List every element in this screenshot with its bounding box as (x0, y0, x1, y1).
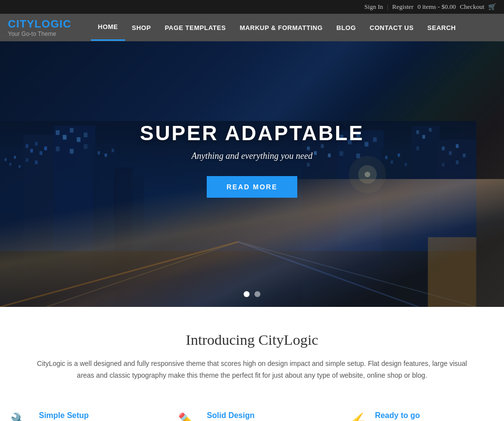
feature-solid-design-title: Solid Design (207, 411, 326, 420)
nav-contact-us[interactable]: CONTACT US (363, 15, 420, 40)
logo[interactable]: CITYLOGIC Your Go-to Theme (8, 14, 71, 41)
feature-simple-setup: 🔧 Simple Setup Whether this is your firs… (5, 411, 163, 421)
feature-solid-design-content: Solid Design The theme's modest but good… (207, 411, 326, 421)
nav-markup-formatting[interactable]: MARKUP & FORMATTING (233, 15, 330, 40)
features-section: 🔧 Simple Setup Whether this is your firs… (0, 396, 504, 421)
register-link[interactable]: Register (392, 3, 413, 11)
read-more-button[interactable]: READ MORE (207, 176, 297, 198)
nav-shop[interactable]: SHOP (125, 15, 158, 40)
feature-ready-to-go-title: Ready to go (375, 411, 494, 420)
intro-section: Introducing CityLogic CityLogic is a wel… (0, 307, 504, 396)
hero-title: SUPER ADAPTABLE (140, 121, 364, 145)
header: CITYLOGIC Your Go-to Theme HOME SHOP PAG… (0, 14, 504, 41)
nav-search[interactable]: SEARCH (420, 15, 463, 40)
cart-icon: 🛒 (488, 3, 496, 11)
feature-ready-to-go: ⚡ Ready to go Integrated with a number o… (341, 411, 499, 421)
cart-text[interactable]: 0 items - $0.00 (417, 3, 456, 11)
top-bar: Sign In | Register 0 items - $0.00 Check… (0, 0, 504, 14)
nav-page-templates[interactable]: PAGE TEMPLATES (158, 15, 233, 40)
main-nav: HOME SHOP PAGE TEMPLATES MARKUP & FORMAT… (91, 14, 463, 41)
slider-dot-2[interactable] (254, 291, 260, 297)
pencil-icon: ✏️ (178, 412, 200, 421)
hero-section: SUPER ADAPTABLE Anything and everything … (0, 41, 504, 307)
intro-text: CityLogic is a well designed and fully r… (31, 358, 473, 382)
slider-dot-1[interactable] (244, 291, 250, 297)
feature-solid-design: ✏️ Solid Design The theme's modest but g… (173, 411, 331, 421)
hero-content: SUPER ADAPTABLE Anything and everything … (140, 121, 364, 198)
separator: | (387, 3, 388, 11)
checkout-link[interactable]: Checkout (460, 3, 484, 11)
lightning-icon: ⚡ (346, 412, 368, 421)
feature-ready-to-go-content: Ready to go Integrated with a number of … (375, 411, 494, 421)
feature-simple-setup-content: Simple Setup Whether this is your first … (39, 411, 158, 421)
logo-tagline: Your Go-to Theme (8, 30, 71, 37)
nav-home[interactable]: HOME (91, 14, 125, 41)
wrench-icon: 🔧 (10, 412, 32, 421)
logo-title: CITYLOGIC (8, 18, 71, 30)
hero-subtitle: Anything and everything you need (140, 151, 364, 161)
slider-dots (244, 291, 260, 297)
light-streaks (0, 179, 504, 307)
intro-title: Introducing CityLogic (10, 331, 494, 348)
feature-simple-setup-title: Simple Setup (39, 411, 158, 420)
sign-in-link[interactable]: Sign In (364, 3, 383, 11)
nav-blog[interactable]: BLOG (330, 15, 363, 40)
